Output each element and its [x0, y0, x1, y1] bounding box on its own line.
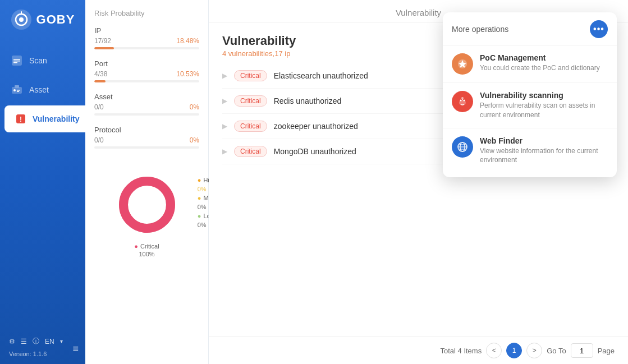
row3-severity-badge: Critical	[234, 121, 267, 132]
pagination-bar: Total 4 Items < 1 > Go To 1 Page	[209, 337, 628, 364]
page-goto-input[interactable]: 1	[571, 343, 593, 358]
poc-management-text: PoC Management You could create the PoC …	[480, 53, 608, 73]
critical-chart-value: 100%	[139, 251, 154, 257]
lang-chevron-icon: ▾	[60, 338, 63, 344]
svg-text:!: !	[20, 116, 22, 123]
vulnerability-scanning-desc: Perform vulnerability scan on assets in …	[480, 101, 608, 120]
hamburger-icon[interactable]: ≡	[72, 343, 79, 355]
risk-port-percent: 10.53%	[176, 70, 199, 78]
poc-management-icon	[452, 53, 473, 75]
high-legend-dot: ●	[198, 177, 201, 183]
svg-rect-5	[13, 59, 20, 60]
low-legend-value: 0%	[198, 222, 207, 228]
risk-ip-label: IP	[94, 26, 101, 35]
risk-asset-percent: 0%	[190, 103, 199, 111]
row4-arrow-icon: ▶	[222, 148, 227, 155]
info-icon[interactable]: ⓘ	[33, 337, 39, 346]
vulnerability-scanning-icon	[452, 91, 473, 112]
vulnerability-label: Vulnerability	[33, 114, 80, 123]
risk-asset-fraction: 0/0	[94, 103, 104, 111]
web-finder-desc: View website information for the current…	[480, 146, 608, 165]
web-finder-text: Web Finder View website information for …	[480, 136, 608, 165]
logo-text: GOBY	[36, 12, 75, 27]
dropdown-title: More operations	[452, 25, 508, 34]
sidebar-item-vulnerability[interactable]: ! Vulnerability	[4, 105, 85, 132]
ellipsis-icon: •••	[593, 24, 604, 34]
risk-protocol-label: Protocol	[94, 126, 121, 134]
scan-icon	[10, 54, 24, 67]
web-finder-item[interactable]: Web Finder View website information for …	[443, 128, 617, 173]
medium-legend-value: 0%	[198, 204, 207, 210]
row3-arrow-icon: ▶	[222, 122, 227, 130]
vulnerability-scanning-text: Vulnerability scanning Perform vulnerabi…	[480, 91, 608, 120]
low-legend-dot: ●	[198, 213, 201, 219]
vulnerability-scanning-item[interactable]: Vulnerability scanning Perform vulnerabi…	[443, 83, 617, 128]
svg-rect-11	[17, 90, 20, 91]
risk-item-ip: IP 17/92 18.48%	[94, 26, 199, 49]
asset-icon	[10, 83, 24, 96]
goto-label: Go To	[547, 347, 566, 355]
risk-protocol-fraction: 0/0	[94, 136, 104, 144]
dropdown-header: More operations •••	[443, 20, 617, 45]
logo: GOBY	[4, 9, 82, 30]
risk-port-label: Port	[94, 59, 108, 68]
svg-point-23	[461, 97, 464, 99]
current-page-button[interactable]: 1	[506, 343, 522, 358]
svg-point-10	[13, 89, 16, 91]
svg-rect-7	[13, 62, 17, 63]
svg-point-2	[19, 17, 24, 22]
sidebar-item-asset[interactable]: Asset	[0, 76, 85, 103]
sidebar-icons-row: ⚙ ☰ ⓘ EN ▾	[9, 337, 76, 346]
high-legend-value: 0%	[198, 186, 207, 192]
row2-arrow-icon: ▶	[222, 97, 227, 105]
row4-severity-badge: Critical	[234, 146, 267, 157]
web-finder-icon	[452, 136, 473, 158]
lang-selector[interactable]: EN	[45, 338, 54, 345]
svg-rect-12	[17, 91, 19, 93]
risk-item-port: Port 4/38 10.53%	[94, 59, 199, 82]
poc-management-title: PoC Management	[480, 53, 608, 62]
settings-icon[interactable]: ⚙	[9, 338, 15, 345]
sidebar: GOBY Scan	[0, 0, 85, 364]
vulnerability-icon: !	[15, 112, 27, 126]
next-page-button[interactable]: >	[526, 343, 542, 358]
risk-asset-label: Asset	[94, 93, 113, 101]
medium-legend-dot: ●	[198, 195, 201, 201]
page-label: Page	[598, 347, 615, 355]
risk-ip-fraction: 17/92	[94, 37, 111, 45]
poc-management-desc: You could create the PoC and dictionary	[480, 63, 608, 73]
more-ops-button[interactable]: •••	[590, 20, 608, 38]
prev-page-button[interactable]: <	[486, 343, 502, 358]
risk-panel: Risk Probability IP 17/92 18.48% Port 4/…	[85, 0, 209, 364]
vulnerability-scanning-title: Vulnerability scanning	[480, 91, 608, 100]
risk-ip-percent: 18.48%	[176, 37, 199, 45]
risk-port-fraction: 4/38	[94, 70, 107, 78]
more-operations-dropdown: More operations ••• PoC Management You c…	[443, 12, 617, 177]
bookmark-icon[interactable]: ☰	[21, 338, 27, 345]
donut-chart	[113, 171, 181, 238]
logo-icon	[11, 9, 32, 30]
sidebar-nav: Scan Asset	[0, 47, 85, 132]
chart-area: ● High 0% ● Medium 0%	[94, 171, 199, 257]
risk-protocol-percent: 0%	[190, 136, 199, 144]
critical-chart-label: ● Critical	[134, 243, 159, 250]
sidebar-item-scan[interactable]: Scan	[0, 47, 85, 74]
row1-severity-badge: Critical	[234, 70, 267, 81]
svg-point-22	[464, 100, 465, 102]
svg-point-17	[131, 189, 163, 220]
svg-point-21	[460, 100, 462, 102]
row2-severity-badge: Critical	[234, 95, 267, 107]
web-finder-title: Web Finder	[480, 136, 608, 145]
total-items-label: Total 4 Items	[440, 347, 482, 355]
row1-arrow-icon: ▶	[222, 72, 227, 80]
svg-rect-6	[13, 61, 20, 62]
risk-item-asset: Asset 0/0 0%	[94, 93, 199, 116]
risk-title: Risk Probability	[94, 9, 199, 17]
scan-label: Scan	[29, 56, 47, 65]
risk-item-protocol: Protocol 0/0 0%	[94, 126, 199, 149]
asset-label: Asset	[29, 85, 49, 94]
version-text: Version: 1.1.6	[9, 351, 76, 357]
poc-management-item[interactable]: PoC Management You could create the PoC …	[443, 45, 617, 83]
svg-rect-9	[15, 85, 19, 87]
